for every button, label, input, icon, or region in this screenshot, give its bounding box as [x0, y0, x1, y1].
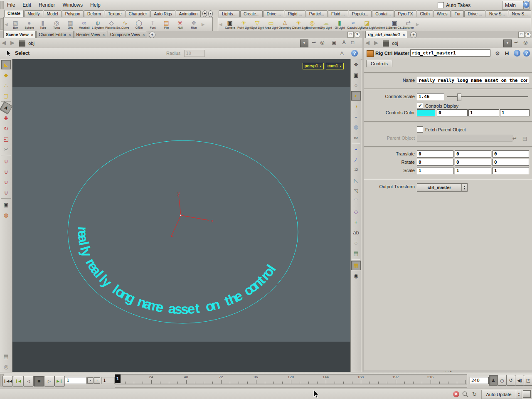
hide-ui-icon[interactable]: ◉ [351, 271, 361, 281]
blank-panel-icon[interactable]: □ [351, 39, 354, 45]
shelf-tool-tube[interactable]: ▮Tube [36, 20, 50, 30]
play-forward-button[interactable]: ▷ [44, 376, 54, 387]
tab-rig-ctrl-master1[interactable]: rig_ctrl_master1× [365, 31, 407, 38]
rotate-tool[interactable]: ↻ [1, 124, 11, 133]
shelf-tab-contai-[interactable]: Contai... [372, 10, 394, 17]
point-numbers-icon[interactable]: ¹² [351, 165, 361, 175]
shelf-tool-torus[interactable]: ◎Torus [50, 20, 64, 30]
nav-forward-icon[interactable]: ▶ [372, 38, 380, 46]
auto-takes-toggle[interactable]: Auto Takes [438, 2, 470, 8]
shelf-tool-circle[interactable]: ◯Circle [132, 20, 146, 30]
timeline-ruler[interactable]: 244872961201441681922161 [115, 374, 467, 384]
scale-tool[interactable]: ◱ [1, 134, 11, 144]
shelf-tool-grid[interactable]: ▦Grid [64, 20, 77, 30]
translate-x-input[interactable] [417, 150, 453, 158]
viewpoint-selector-cam[interactable]: cam1 ▼ [326, 63, 344, 69]
prim-numbers-icon[interactable]: ◹ [351, 186, 361, 196]
menu-render[interactable]: Render [35, 0, 59, 8]
shelf-tab-modify[interactable]: Modify [24, 10, 43, 17]
custom-handle-tool[interactable]: ✂ [1, 145, 11, 154]
shelf-tool-curve[interactable]: ∿Curve [118, 20, 132, 30]
shelf-tool-environme-[interactable]: ◎Environme... [305, 20, 319, 30]
animation-options-button[interactable]: ◳ [524, 375, 532, 386]
shelf-menu-button[interactable]: ▼ [208, 10, 213, 17]
menu-windows[interactable]: Windows [59, 0, 86, 8]
nav-back-icon[interactable]: ◀ [364, 38, 371, 46]
radial-menu-icon[interactable]: ◎ [523, 39, 527, 45]
new-tab-button[interactable]: + [410, 32, 417, 38]
shelf-tab-new-s-[interactable]: New S... [509, 10, 531, 17]
timeline-range-bar[interactable] [115, 384, 467, 388]
radius-input[interactable] [184, 50, 205, 57]
shelf-tab-popula-[interactable]: Popula... [349, 10, 372, 17]
shelf-tool-box[interactable]: ▧Box [9, 20, 22, 30]
shelf-tab-particl-[interactable]: Particl... [306, 10, 328, 17]
background-image-icon[interactable]: ▤ [351, 249, 361, 258]
show-handles-tool[interactable]: ◣ [1, 60, 11, 69]
jump-to-start-button[interactable]: ❙◀◀ [2, 376, 13, 387]
hscript-button[interactable]: H [505, 50, 509, 57]
shelf-tab-fluid-[interactable]: Fluid ... [328, 10, 348, 17]
pane-menu-button[interactable]: ▼ [354, 32, 360, 38]
folder-tab-controls[interactable]: Controls [366, 60, 392, 67]
prim-normals-icon[interactable]: ◺ [351, 176, 361, 185]
snap-curve-tool[interactable]: ∪ [1, 167, 11, 177]
points-display-icon[interactable]: • [351, 145, 361, 154]
shelf-tool-metaball[interactable]: ∞Metaball [77, 20, 91, 30]
shelf-tool-sky-light[interactable]: ☁Sky Light [319, 20, 333, 30]
shelf-tab-lights-[interactable]: Lights... [219, 10, 240, 17]
select-visible-icon[interactable]: ◬ [340, 50, 344, 56]
rotate-y-input[interactable] [455, 159, 491, 166]
translate-tool[interactable]: ✚ [1, 113, 11, 123]
controls-color-b-input[interactable] [500, 109, 530, 116]
pane-tab-render-view[interactable]: Render View× [74, 31, 107, 38]
ghost-shade-icon[interactable]: ◒ [351, 112, 361, 121]
add-shelf-tab-button[interactable]: + [202, 10, 207, 17]
shelf-tab-deform[interactable]: Deform [84, 10, 104, 17]
shelf-tool-file[interactable]: ▤File [160, 20, 173, 30]
shelf-tool-font[interactable]: TFont [146, 20, 160, 30]
decrement-button[interactable]: - [87, 377, 94, 384]
play-reverse-button[interactable]: ◁ [23, 376, 34, 387]
playback-start-input[interactable] [65, 377, 86, 384]
shelf-tool-stereo-ca-[interactable]: ▣Stereo Ca... [388, 20, 401, 30]
prev-keyframe-button[interactable]: ❙◀ [13, 376, 23, 387]
visible-objects-icon[interactable]: ◍ [351, 122, 361, 132]
output-transform-spinner[interactable]: ▲▼ [461, 184, 467, 191]
update-mode-selector[interactable]: Auto Update ▲▼ [481, 390, 522, 399]
shelf-tab-drive-[interactable]: Drive ... [464, 10, 485, 17]
gear-icon[interactable]: ⚙ [495, 50, 500, 57]
error-indicator-icon[interactable]: ✕ [453, 391, 459, 397]
controls-scale-input[interactable] [417, 93, 444, 100]
nav-forward-icon[interactable]: ▶ [9, 38, 16, 46]
help-button[interactable]: ? [523, 1, 530, 8]
shelf-tool-switcher[interactable]: ⇄Switcher [401, 20, 415, 30]
shelf-tool-geometry-[interactable]: ♙Geometry ... [278, 20, 292, 30]
snap-multi-tool[interactable]: ∪ [1, 188, 11, 197]
group-geometry-tool[interactable]: ∴ [1, 81, 11, 90]
shelf-tool-l-system[interactable]: ψL-System [91, 20, 105, 30]
select-tool[interactable]: ➤ [0, 101, 12, 114]
snapshot-tool[interactable]: ◎ [1, 362, 11, 372]
secure-selection-tool[interactable]: ▢ [1, 91, 11, 101]
shelf-tab-create-[interactable]: Create... [240, 10, 263, 17]
shelf-tab-texture[interactable]: Texture [105, 10, 125, 17]
radial-menu-icon[interactable]: ◎ [320, 39, 324, 45]
snapshot-camera-icon[interactable]: ▣ [351, 70, 361, 80]
controls-scale-slider-handle[interactable] [457, 94, 461, 101]
path-dropdown-button[interactable]: ▼ [300, 39, 308, 47]
shelf-tool-area-light[interactable]: ▭Area Light [264, 20, 278, 30]
pin-icon[interactable]: ⊸ [514, 39, 518, 45]
shelf-tool-null[interactable]: ✳Null [173, 20, 187, 30]
shelf-tab-new-s-[interactable]: New S... [486, 10, 508, 17]
character-display-icon[interactable]: ♙ [342, 39, 346, 45]
playback-clock-button[interactable]: ◷ [498, 375, 507, 386]
control-circle[interactable] [68, 140, 298, 323]
name-input[interactable] [417, 77, 529, 84]
shelf-tab-model[interactable]: Model [44, 10, 62, 17]
shelf-tool-distant-light[interactable]: ☀Distant Light [292, 20, 305, 30]
shelf-tool-sphere[interactable]: ●Sphere [22, 20, 36, 30]
close-icon[interactable]: × [403, 33, 405, 37]
viewport-help-button[interactable]: ? [351, 50, 358, 57]
magnifier-icon[interactable] [462, 391, 468, 397]
